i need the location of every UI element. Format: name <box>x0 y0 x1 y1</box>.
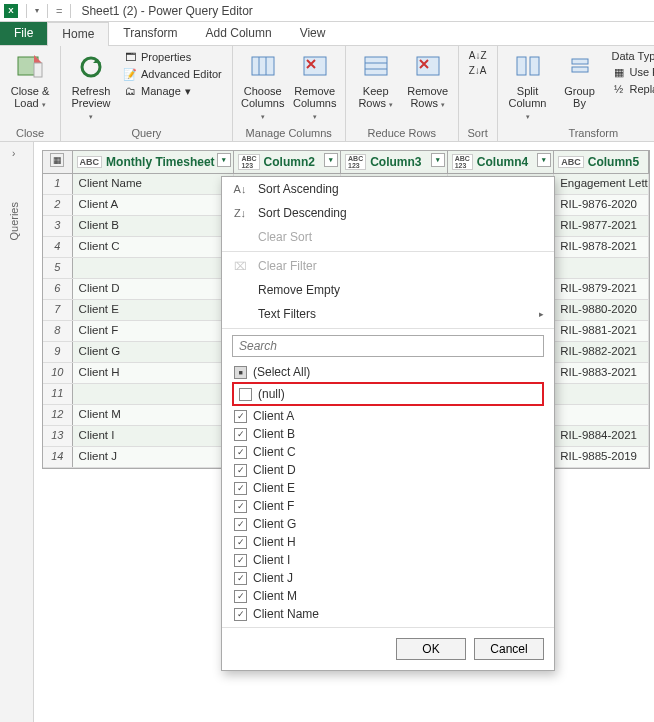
cancel-button[interactable]: Cancel <box>474 638 544 660</box>
filter-search-input[interactable] <box>232 335 544 357</box>
row-number: 8 <box>43 321 73 341</box>
cell <box>73 258 235 278</box>
replace-icon: ½ <box>612 82 626 96</box>
qat-dropdown-icon[interactable]: ▾ <box>35 6 39 15</box>
sort-ascending-item[interactable]: A↓Sort Ascending <box>222 177 554 201</box>
column-header-column4[interactable]: ABC123Column4▾ <box>448 151 555 173</box>
sort-desc-button[interactable]: Z↓A <box>465 64 491 77</box>
cell: RIL-9881-2021 <box>554 321 649 341</box>
manage-button[interactable]: 🗂Manage ▾ <box>119 83 226 99</box>
expand-queries-icon[interactable]: › <box>12 148 15 159</box>
svg-rect-7 <box>365 57 387 75</box>
svg-rect-13 <box>572 59 588 64</box>
tab-file[interactable]: File <box>0 22 47 45</box>
svg-rect-6 <box>304 57 326 75</box>
sort-descending-item[interactable]: Z↓Sort Descending <box>222 201 554 225</box>
filter-value-checkbox[interactable]: Client G <box>232 515 544 533</box>
sort-asc-icon: A↓ <box>232 183 248 195</box>
tab-add-column[interactable]: Add Column <box>192 22 286 45</box>
use-first-icon: ▦ <box>612 65 626 79</box>
tab-transform[interactable]: Transform <box>109 22 191 45</box>
row-header-corner[interactable]: ▦ <box>43 151 73 173</box>
remove-empty-item[interactable]: Remove Empty <box>222 278 554 302</box>
filter-value-checkbox[interactable]: Client B <box>232 425 544 443</box>
filter-dropdown-icon[interactable]: ▾ <box>537 153 551 167</box>
column-header-column2[interactable]: ABC123Column2▾ <box>234 151 341 173</box>
select-all-checkbox[interactable]: (Select All) <box>232 363 544 381</box>
remove-columns-button[interactable]: RemoveColumns ▾ <box>291 49 339 125</box>
choose-columns-button[interactable]: ChooseColumns ▾ <box>239 49 287 125</box>
tab-view[interactable]: View <box>286 22 340 45</box>
svg-rect-11 <box>517 57 526 75</box>
filter-value-checkbox[interactable]: Client J <box>232 569 544 587</box>
svg-rect-1 <box>34 63 42 77</box>
sort-desc-icon: Z↓ <box>232 207 248 219</box>
quick-access-toolbar: ▾ = <box>22 4 75 18</box>
row-number: 2 <box>43 195 73 215</box>
type-any-icon: ABC123 <box>345 154 366 170</box>
filter-dropdown-icon[interactable]: ▾ <box>217 153 231 167</box>
filter-value-checkbox[interactable]: Client I <box>232 551 544 569</box>
filter-value-checkbox[interactable]: Client M <box>232 587 544 605</box>
column-header-column3[interactable]: ABC123Column3▾ <box>341 151 448 173</box>
use-first-row-button[interactable]: ▦Use First <box>608 64 655 80</box>
cell: RIL-9877-2021 <box>554 216 649 236</box>
close-load-button[interactable]: Close &Load ▾ <box>6 49 54 113</box>
data-type-button[interactable]: Data Type: Te <box>608 49 655 63</box>
filter-value-checkbox[interactable]: Client D <box>232 461 544 479</box>
sort-desc-icon: Z↓A <box>469 65 487 76</box>
cell: Client I <box>73 426 235 446</box>
type-text-icon: ABC <box>77 156 103 168</box>
filter-dropdown-icon[interactable]: ▾ <box>324 153 338 167</box>
ok-button[interactable]: OK <box>396 638 466 660</box>
title-bar: X ▾ = Sheet1 (2) - Power Query Editor <box>0 0 654 22</box>
text-filters-item[interactable]: Text Filters▸ <box>222 302 554 326</box>
column-filter-menu: A↓Sort Ascending Z↓Sort Descending Clear… <box>221 176 555 671</box>
group-close-label: Close <box>6 127 54 139</box>
refresh-preview-button[interactable]: RefreshPreview ▾ <box>67 49 115 125</box>
cell: RIL-9885-2019 <box>554 447 649 467</box>
filter-value-checkbox[interactable]: Client C <box>232 443 544 461</box>
refresh-icon <box>75 51 107 83</box>
column-header-column5[interactable]: ABCColumn5 <box>554 151 649 173</box>
cell: Client E <box>73 300 235 320</box>
filter-value-checkbox[interactable]: Client F <box>232 497 544 515</box>
queries-pane: › Queries <box>0 142 34 722</box>
properties-button[interactable]: 🗔Properties <box>119 49 226 65</box>
sort-asc-button[interactable]: A↓Z <box>465 49 491 62</box>
cell: Engagement Letter <box>554 174 649 194</box>
cell: Client F <box>73 321 235 341</box>
column-header-monthly-timesheet[interactable]: ABCMonthly Timesheet▾ <box>73 151 235 173</box>
svg-rect-12 <box>530 57 539 75</box>
filter-dropdown-icon[interactable]: ▾ <box>431 153 445 167</box>
filter-value-checkbox[interactable]: Client E <box>232 479 544 497</box>
row-number: 5 <box>43 258 73 278</box>
row-number: 6 <box>43 279 73 299</box>
keep-rows-icon <box>360 51 392 83</box>
row-number: 1 <box>43 174 73 194</box>
close-load-icon <box>14 51 46 83</box>
row-number: 11 <box>43 384 73 404</box>
advanced-editor-button[interactable]: 📝Advanced Editor <box>119 66 226 82</box>
filter-value-checkbox[interactable]: Client A <box>232 407 544 425</box>
group-by-button[interactable]: GroupBy <box>556 49 604 111</box>
filter-value-checkbox[interactable]: Client Name <box>232 605 544 623</box>
tab-home[interactable]: Home <box>47 22 109 46</box>
group-transform-label: Transform <box>504 127 655 139</box>
filter-value-checkbox[interactable]: Client H <box>232 533 544 551</box>
advanced-editor-icon: 📝 <box>123 67 137 81</box>
cell: Client G <box>73 342 235 362</box>
cell: RIL-9884-2021 <box>554 426 649 446</box>
split-column-icon <box>512 51 544 83</box>
replace-values-button[interactable]: ½Replace <box>608 81 655 97</box>
remove-rows-button[interactable]: RemoveRows ▾ <box>404 49 452 113</box>
submenu-arrow-icon: ▸ <box>539 309 544 319</box>
keep-rows-button[interactable]: KeepRows ▾ <box>352 49 400 113</box>
remove-columns-icon <box>299 51 331 83</box>
cell: Client H <box>73 363 235 383</box>
null-checkbox[interactable]: (null) <box>237 385 539 403</box>
split-column-button[interactable]: SplitColumn ▾ <box>504 49 552 125</box>
qat-separator: = <box>56 5 62 17</box>
clear-filter-icon: ⌧ <box>232 260 248 273</box>
cell: Client J <box>73 447 235 467</box>
